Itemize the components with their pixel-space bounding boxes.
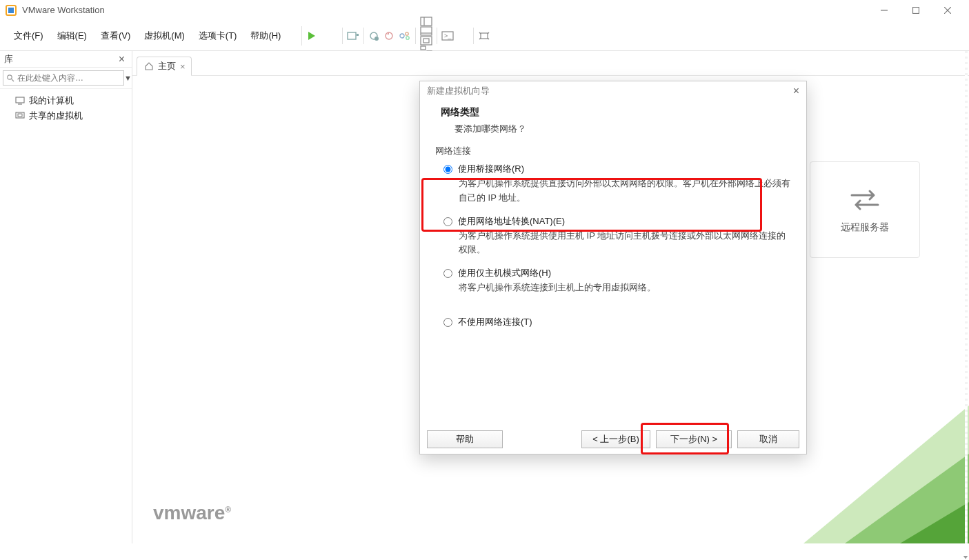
svg-text:>_: >_ [444, 32, 452, 39]
view-mode-group [420, 17, 432, 55]
back-button[interactable]: < 上一步(B) [581, 430, 650, 448]
dialog-heading: 网络类型 [441, 106, 792, 119]
window-controls [868, 0, 963, 21]
dialog-title: 新建虚拟机向导 [427, 85, 490, 97]
svg-rect-3 [913, 7, 919, 13]
radio-bridged[interactable]: 使用桥接网络(R) [434, 160, 792, 175]
menu-tabs[interactable]: 选项卡(T) [192, 27, 244, 45]
radio-hostonly-desc: 将客户机操作系统连接到主机上的专用虚拟网络。 [434, 279, 792, 302]
tab-label: 主页 [158, 60, 176, 72]
svg-line-27 [12, 79, 14, 81]
dialog-body: 网络连接 使用桥接网络(R) 为客户机操作系统提供直接访问外部以太网网络的权限。… [420, 145, 806, 423]
svg-rect-21 [421, 46, 426, 50]
sidebar-close-icon[interactable]: × [116, 53, 128, 66]
sidebar-tree: 我的计算机 共享的虚拟机 [0, 89, 132, 123]
menu-view[interactable]: 查看(V) [94, 27, 137, 45]
menu-vm[interactable]: 虚拟机(M) [137, 27, 192, 45]
tool-stretch-icon[interactable] [478, 31, 506, 41]
close-button[interactable] [932, 0, 963, 21]
right-edge-divider [965, 51, 968, 543]
radio-none[interactable]: 不使用网络连接(T) [434, 313, 792, 328]
minimize-button[interactable] [868, 0, 900, 21]
tool-console-icon[interactable]: >_ [441, 31, 469, 41]
menu-edit[interactable]: 编辑(E) [50, 27, 94, 45]
menu-help[interactable]: 帮助(H) [243, 27, 288, 45]
menu-bar: 文件(F) 编辑(E) 查看(V) 虚拟机(M) 选项卡(T) 帮助(H) [0, 26, 294, 46]
radio-bridged-label[interactable]: 使用桥接网络(R) [458, 163, 524, 175]
next-button[interactable]: 下一步(N) > [656, 430, 732, 448]
help-button[interactable]: 帮助 [427, 430, 503, 448]
view-single-icon[interactable] [420, 26, 432, 36]
radio-nat-input[interactable] [443, 217, 452, 226]
sidebar-search-row: ▼ [0, 68, 132, 89]
power-on-button[interactable] [306, 30, 338, 41]
sidebar: 库 × ▼ 我的计算机 共享的虚拟机 [0, 51, 132, 543]
sidebar-search-box[interactable] [3, 70, 124, 86]
svg-rect-17 [421, 27, 432, 35]
tab-home[interactable]: 主页 × [137, 57, 192, 76]
svg-rect-19 [421, 37, 432, 45]
tree-node-my-computer[interactable]: 我的计算机 [6, 93, 132, 108]
svg-rect-28 [16, 97, 24, 103]
app-title: VMware Workstation [22, 5, 105, 15]
view-fullscreen-icon[interactable] [420, 36, 432, 46]
svg-rect-1 [8, 8, 14, 13]
computer-icon [15, 97, 25, 105]
svg-rect-20 [423, 39, 429, 43]
maximize-button[interactable] [900, 0, 932, 21]
radio-none-label[interactable]: 不使用网络连接(T) [458, 316, 532, 328]
tree-node-label: 我的计算机 [29, 94, 74, 107]
new-vm-wizard-dialog: 新建虚拟机向导 × 网络类型 要添加哪类网络？ 网络连接 使用桥接网络(R) 为… [419, 81, 807, 454]
dialog-subheading: 要添加哪类网络？ [441, 123, 792, 135]
menu-file[interactable]: 文件(F) [7, 27, 50, 45]
svg-point-10 [374, 37, 379, 41]
decoration-corner [803, 406, 969, 543]
radio-hostonly-input[interactable] [443, 269, 452, 278]
radio-nat-label[interactable]: 使用网络地址转换(NAT)(E) [458, 215, 565, 228]
tool-snapshot-icon[interactable] [368, 30, 379, 41]
sidebar-search-input[interactable] [17, 73, 121, 83]
view-split-icon[interactable] [420, 17, 432, 26]
svg-point-26 [8, 75, 12, 79]
svg-rect-31 [18, 114, 22, 117]
svg-marker-6 [308, 32, 315, 40]
svg-marker-32 [803, 406, 969, 543]
radio-nat-desc: 为客户机操作系统提供使用主机 IP 地址访问主机拨号连接或外部以太网网络连接的权… [434, 228, 792, 265]
svg-point-13 [406, 32, 408, 34]
cancel-button[interactable]: 取消 [737, 430, 799, 448]
tool-revert-icon[interactable] [383, 30, 394, 41]
transfer-icon [848, 186, 882, 213]
shared-icon [15, 112, 25, 120]
dialog-title-bar: 新建虚拟机向导 × [420, 81, 806, 101]
svg-rect-7 [348, 32, 356, 39]
svg-point-14 [406, 36, 409, 39]
radio-bridged-desc: 为客户机操作系统提供直接访问外部以太网网络的权限。客户机在外部网络上必须有自己的… [434, 175, 792, 212]
svg-marker-33 [845, 454, 969, 543]
dialog-close-icon[interactable]: × [793, 85, 799, 97]
tool-manage-snapshots-icon[interactable] [399, 30, 411, 41]
svg-marker-34 [900, 502, 969, 543]
tree-node-shared-vms[interactable]: 共享的虚拟机 [6, 108, 132, 123]
radio-hostonly-label[interactable]: 使用仅主机模式网络(H) [458, 267, 551, 279]
tab-strip: 主页 × [132, 51, 969, 76]
dialog-footer: 帮助 < 上一步(B) 下一步(N) > 取消 [420, 423, 806, 454]
radio-nat[interactable]: 使用网络地址转换(NAT)(E) [434, 212, 792, 228]
fieldset-label: 网络连接 [434, 145, 792, 157]
svg-point-12 [400, 34, 404, 38]
sidebar-search-dropdown[interactable]: ▼ [124, 74, 132, 82]
radio-bridged-input[interactable] [443, 165, 452, 174]
card-remote-server[interactable]: 远程服务器 [810, 161, 920, 258]
vmware-watermark: vmware® [153, 502, 231, 524]
home-icon [144, 61, 154, 71]
sidebar-header: 库 × [0, 51, 132, 68]
svg-rect-15 [421, 17, 432, 26]
sidebar-title: 库 [4, 53, 13, 66]
tab-close-icon[interactable]: × [180, 61, 186, 72]
radio-none-input[interactable] [443, 318, 452, 327]
search-icon [6, 74, 14, 82]
tool-screenshot-icon[interactable] [347, 30, 359, 41]
tree-node-label: 共享的虚拟机 [29, 110, 83, 122]
radio-hostonly[interactable]: 使用仅主机模式网络(H) [434, 264, 792, 279]
svg-rect-30 [16, 112, 24, 118]
svg-rect-8 [357, 34, 359, 36]
